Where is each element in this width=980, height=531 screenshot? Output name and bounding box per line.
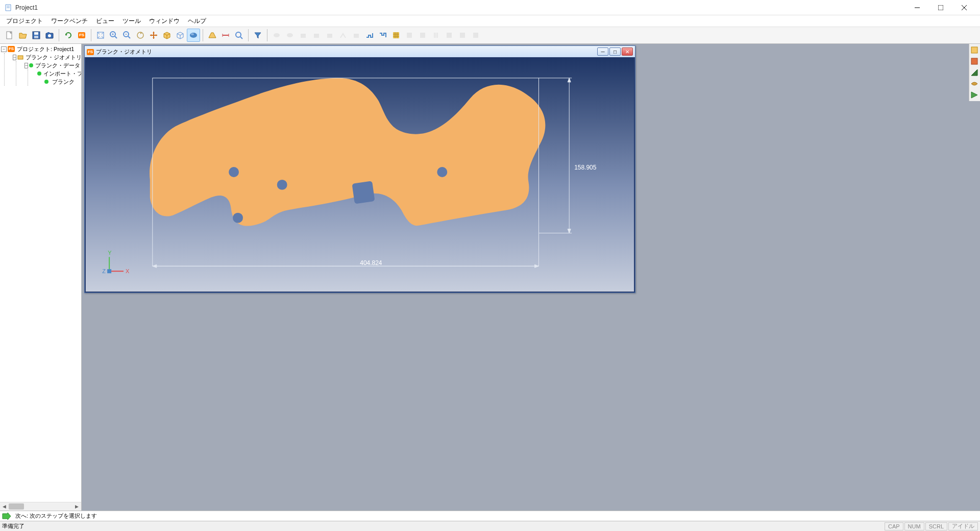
rtool-4[interactable] <box>969 79 979 89</box>
svg-rect-47 <box>352 181 375 204</box>
child-minimize-button[interactable]: ─ <box>597 47 608 56</box>
dot-icon <box>29 62 33 69</box>
svg-point-46 <box>437 167 447 177</box>
tool-blue2[interactable] <box>376 29 389 42</box>
zoom-out-button[interactable] <box>120 29 134 42</box>
tool-d3 <box>297 29 310 42</box>
svg-rect-41 <box>473 33 478 38</box>
svg-point-27 <box>274 33 280 37</box>
status-num: NUM <box>904 522 924 530</box>
svg-rect-39 <box>447 33 452 38</box>
tool-d13 <box>469 29 482 42</box>
close-button[interactable] <box>952 0 976 15</box>
dimension-width: 404.824 <box>360 259 382 267</box>
child-close-button[interactable]: ✕ <box>622 47 633 56</box>
filter-button[interactable] <box>251 29 264 42</box>
fs-icon: FS <box>78 32 85 38</box>
prompt-bar: 次へ: 次のステップを選択します <box>0 511 980 521</box>
fs-button[interactable]: FS <box>75 29 88 42</box>
fs-icon: FS <box>8 45 15 53</box>
menu-workbench[interactable]: ワークベンチ <box>47 16 92 27</box>
status-bar: 準備完了 CAP NUM SCRL アイドル <box>0 521 980 531</box>
rtool-2[interactable] <box>969 56 979 66</box>
tree-blank-data[interactable]: − ブランク・データ 1 <box>24 61 80 69</box>
collapse-icon[interactable]: − <box>1 46 7 52</box>
geometry-icon <box>17 54 23 61</box>
blank-shape <box>150 78 545 226</box>
svg-point-21 <box>191 33 194 35</box>
svg-point-25 <box>236 32 241 37</box>
measure-button[interactable] <box>219 29 232 42</box>
minimize-button[interactable] <box>905 0 929 15</box>
menu-window[interactable]: ウィンドウ <box>145 16 184 27</box>
rtool-5[interactable] <box>969 90 979 100</box>
menu-project[interactable]: プロジェクト <box>2 16 47 27</box>
child-window-title: ブランク・ジオメトリ <box>96 48 596 56</box>
tree-label: ブランク・データ 1 <box>34 62 82 69</box>
new-button[interactable] <box>3 29 16 42</box>
svg-rect-34 <box>407 33 412 38</box>
refresh-button[interactable] <box>62 29 75 42</box>
tool-blue1[interactable] <box>363 29 376 42</box>
next-arrow-icon[interactable] <box>0 511 13 521</box>
tree-horizontal-scrollbar[interactable]: ◀ ▶ <box>0 502 81 511</box>
svg-point-9 <box>48 34 51 37</box>
wireframe-button[interactable] <box>174 29 187 42</box>
tree-import[interactable]: インポート・ファイル名, C: <box>36 69 80 78</box>
zoom-window-button[interactable] <box>232 29 246 42</box>
svg-rect-40 <box>460 33 465 38</box>
scroll-thumb[interactable] <box>9 503 24 510</box>
collapse-icon[interactable]: − <box>13 55 16 60</box>
tool-d11 <box>443 29 456 42</box>
tool-d9 <box>416 29 429 42</box>
tool-d10 <box>429 29 443 42</box>
tree-blank[interactable]: ブランク <box>36 78 80 86</box>
svg-point-44 <box>277 180 287 190</box>
menu-help[interactable]: ヘルプ <box>184 16 210 27</box>
tool-grid[interactable] <box>389 29 403 42</box>
rtool-3[interactable] <box>969 67 979 78</box>
axis-x: X <box>126 268 130 274</box>
menu-view[interactable]: ビュー <box>92 16 118 27</box>
status-idle: アイドル <box>948 522 978 530</box>
tree-panel[interactable]: − FS プロジェクト: Project1 − ブランク・ジオメトリ − ブラン… <box>0 44 82 511</box>
status-scrl: SCRL <box>925 522 947 530</box>
svg-rect-31 <box>327 34 332 38</box>
child-titlebar[interactable]: FS ブランク・ジオメトリ ─ □ ✕ <box>85 46 635 57</box>
svg-point-20 <box>190 33 197 38</box>
tree-root[interactable]: − FS プロジェクト: Project1 <box>1 45 80 53</box>
zoom-in-button[interactable] <box>107 29 120 42</box>
dot-icon <box>37 70 41 77</box>
tree-label: ブランク・ジオメトリ <box>24 54 82 61</box>
maximize-button[interactable] <box>929 0 952 15</box>
rtool-1[interactable] <box>969 45 979 55</box>
scroll-left-icon[interactable]: ◀ <box>0 502 9 511</box>
axis-z: Z <box>102 268 106 274</box>
shaded-button[interactable] <box>187 29 200 42</box>
svg-rect-10 <box>47 32 50 34</box>
fit-button[interactable] <box>94 29 107 42</box>
scroll-right-icon[interactable]: ▶ <box>72 502 81 511</box>
pan-button[interactable] <box>147 29 160 42</box>
perspective-button[interactable] <box>206 29 219 42</box>
rotate-button[interactable] <box>134 29 147 42</box>
save-button[interactable] <box>30 29 43 42</box>
collapse-icon[interactable]: − <box>24 63 28 68</box>
mdi-area: FS ブランク・ジオメトリ ─ □ ✕ <box>82 44 980 511</box>
dot-icon <box>43 78 50 85</box>
window-title: Project1 <box>15 4 905 11</box>
svg-line-13 <box>115 36 117 38</box>
status-message: 準備完了 <box>2 522 884 530</box>
open-button[interactable] <box>16 29 30 42</box>
box-button[interactable] <box>160 29 174 42</box>
svg-rect-56 <box>971 47 977 53</box>
axis-triad: X Y Z <box>102 250 130 274</box>
viewport[interactable]: 158.905 404.824 X Y Z <box>86 58 634 292</box>
tree-blank-geometry[interactable]: − ブランク・ジオメトリ <box>13 53 80 61</box>
svg-line-26 <box>240 37 242 39</box>
prompt-text: 次へ: 次のステップを選択します <box>13 512 97 520</box>
snapshot-button[interactable] <box>43 29 56 42</box>
menu-tools[interactable]: ツール <box>118 16 145 27</box>
child-maximize-button[interactable]: □ <box>609 47 621 56</box>
svg-rect-6 <box>34 32 38 35</box>
